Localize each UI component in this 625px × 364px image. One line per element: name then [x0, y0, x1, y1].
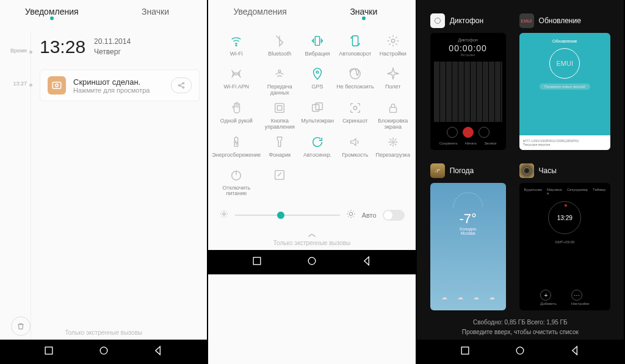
recent-card-title: Погода [450, 166, 474, 175]
recent-card-dictaphone[interactable]: Диктофон Диктофон 00:00:00 Встроен Сохра… [430, 13, 506, 150]
update-version-label: Текущая версия [523, 143, 607, 146]
svg-point-30 [516, 347, 524, 354]
clock-row: 13:28 20.11.2014 Четверг [40, 32, 200, 65]
edit-icon [272, 167, 287, 183]
tab-notifications[interactable]: Уведомления [0, 7, 104, 20]
notification-card[interactable]: Скриншот сделан. Нажмите для просмотра [40, 70, 200, 101]
toggle-bluetooth[interactable]: Bluetooth [261, 33, 298, 62]
dicta-label-start: Начать [465, 141, 477, 145]
toggle-label: Автосинхр. [303, 152, 331, 163]
dicta-save-button[interactable] [447, 127, 458, 138]
screenshot-icon [347, 100, 363, 116]
toggle-gps[interactable]: GPS [298, 66, 336, 96]
toggle-airplane[interactable]: Полет [374, 66, 412, 96]
dicta-label-save: Сохранить [439, 141, 458, 145]
svg-rect-9 [352, 36, 358, 46]
toggle-label: Энергосбережение [212, 152, 261, 163]
svg-point-22 [392, 141, 394, 143]
toggle-control-btn[interactable]: Кнопка управления [261, 100, 298, 130]
recent-card-clock[interactable]: Часы Будильник Мировое в. Секундомер Тай… [519, 163, 610, 310]
toggle-wifi[interactable]: Wi-Fi [212, 33, 261, 62]
clock-date: 20.11.2014 [94, 37, 131, 47]
nav-back[interactable] [569, 344, 581, 359]
svg-point-1 [56, 84, 59, 87]
clock-face: 13:29 [548, 201, 581, 234]
weather-temperature: -7° [459, 211, 476, 227]
toggle-power-save[interactable]: Энергосбережение [212, 134, 261, 163]
toggle-label: GPS [312, 84, 323, 95]
tab-bar: Уведомления Значки [0, 0, 207, 27]
toggle-label: Громкость [342, 152, 368, 163]
wifi-icon [228, 33, 244, 49]
share-button[interactable] [171, 77, 192, 93]
toggle-label: Bluetooth [268, 51, 291, 62]
dicta-header: Диктофон [458, 38, 477, 42]
swipe-hint: Проведите вверх, чтобы очистить список [417, 327, 624, 337]
toggle-settings[interactable]: Настройки [374, 33, 412, 62]
toggle-label: Кнопка управления [261, 118, 298, 130]
clock-add-button[interactable]: + [540, 290, 551, 301]
dicta-record-button[interactable] [463, 127, 474, 138]
onehand-icon [228, 100, 244, 116]
nav-recents[interactable] [459, 344, 471, 359]
toggle-wifi-apn[interactable]: Wi-Fi APN [212, 66, 261, 96]
recent-card-title: Обновление [539, 16, 581, 25]
toggle-reboot[interactable]: Перезагрузка [374, 134, 412, 163]
recent-card-title: Диктофон [450, 16, 483, 25]
nav-recents[interactable] [43, 344, 55, 359]
timeline-label-now: Время [0, 45, 31, 54]
svg-point-2 [179, 85, 180, 86]
quick-settings-grid: Wi-FiBluetoothВибрацияАвтоповоротНастрой… [208, 27, 415, 203]
nav-recents[interactable] [251, 255, 263, 269]
dicta-list-button[interactable] [479, 127, 490, 138]
toggle-power-off[interactable]: Отключить питание [212, 167, 261, 198]
toggle-multiscreen[interactable]: Мультиэкран [298, 100, 336, 130]
clock-settings-button[interactable]: ⋯ [571, 290, 582, 301]
recent-card-update[interactable]: EMUI Обновление Обновление EMUI Проверка… [519, 13, 610, 150]
toggle-label: Wi-Fi [230, 51, 243, 62]
tab-toggles[interactable]: Значки [312, 7, 416, 20]
toggle-dnd[interactable]: Не беспокоить [336, 66, 374, 96]
toggle-volume[interactable]: Громкость [336, 134, 374, 163]
nav-home[interactable] [306, 255, 318, 269]
svg-rect-0 [52, 82, 61, 89]
brightness-thumb[interactable] [277, 212, 284, 219]
toggle-label: Настройки [380, 51, 406, 62]
toggle-screenshot[interactable]: Скриншот [336, 100, 374, 130]
toggle-edit[interactable] [261, 167, 298, 198]
flashlight-icon [272, 134, 287, 150]
toggle-autorotate[interactable]: Автоповорот [336, 33, 374, 62]
toggle-data[interactable]: Передача данных [261, 66, 298, 96]
weather-app-icon: -7° [430, 163, 445, 178]
recent-card-weather[interactable]: -7° Погода -7° Холодно Москва ☁☁☁☁ [430, 163, 506, 310]
brightness-low-icon [219, 209, 229, 221]
auto-brightness-toggle[interactable] [383, 210, 405, 221]
power-save-icon [228, 134, 244, 150]
tab-notifications[interactable]: Уведомления [208, 7, 312, 20]
brightness-slider[interactable] [235, 215, 339, 216]
clock-time: 13:29 [557, 215, 573, 221]
svg-point-11 [236, 73, 238, 75]
toggle-vibration[interactable]: Вибрация [298, 33, 336, 62]
toggle-label: Вибрация [305, 51, 330, 62]
phone-1-notifications: Уведомления Значки Время 13:27 13:28 20.… [0, 0, 208, 364]
screenshot-thumb-icon [48, 76, 66, 95]
timeline-label-1327: 13:27 [0, 78, 31, 87]
update-app-icon: EMUI [519, 13, 534, 28]
settings-icon [385, 33, 401, 49]
tab-toggles[interactable]: Значки [104, 7, 208, 20]
nav-back[interactable] [361, 255, 373, 269]
timeline-rail: Время 13:27 [0, 32, 31, 340]
clock-tab-timer: Таймер [593, 188, 605, 195]
toggle-screen-lock[interactable]: Блокировка экрана [374, 100, 412, 130]
svg-point-10 [391, 39, 395, 43]
nav-home[interactable] [514, 344, 526, 359]
recent-card-title: Часы [539, 166, 557, 175]
toggle-onehand[interactable]: Одной рукой [212, 100, 261, 130]
toggle-flashlight[interactable]: Фонарик [261, 134, 298, 163]
toggle-autosync[interactable]: Автосинхр. [298, 134, 336, 163]
nav-home[interactable] [98, 344, 110, 359]
phone-2-quick-settings: Уведомления Значки Wi-FiBluetoothВибраци… [208, 0, 416, 364]
nav-back[interactable] [152, 344, 164, 359]
toggle-label: Wi-Fi APN [224, 84, 250, 95]
